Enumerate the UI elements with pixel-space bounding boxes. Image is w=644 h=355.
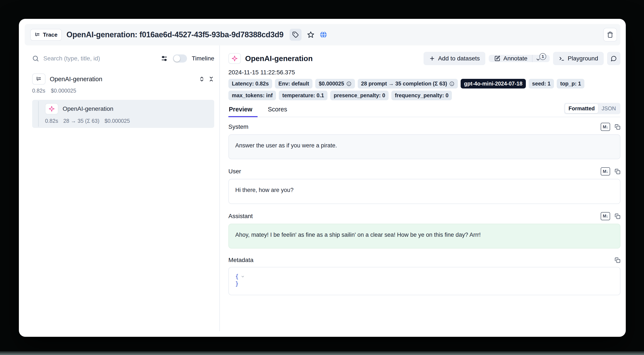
observation-tree-sidebar: Timeline OpenAI-generation 0.82s $0.0000… <box>25 45 220 337</box>
info-icon[interactable] <box>346 81 352 86</box>
child-cost: $0.000025 <box>104 118 130 124</box>
edit-pen-icon <box>494 55 500 61</box>
generation-sparkle-icon <box>49 106 55 112</box>
param-badge: max_tokens: inf <box>228 91 276 100</box>
copy-icon[interactable] <box>614 213 620 219</box>
copy-icon[interactable] <box>614 168 620 174</box>
format-option-json[interactable]: JSON <box>598 104 619 113</box>
list-tree-icon <box>36 76 42 82</box>
child-tokens: 28 → 35 (Σ 63) <box>63 118 99 124</box>
bookmark-star-button[interactable] <box>307 31 314 38</box>
comments-button[interactable] <box>607 52 620 65</box>
tree-root-label: OpenAI-generation <box>50 76 102 83</box>
param-badge: top_p: 1 <box>557 79 584 88</box>
globe-icon <box>320 31 327 38</box>
tag-icon <box>292 31 299 38</box>
message-section: User M↓ Hi there, how are you? <box>228 167 620 204</box>
trash-icon <box>607 31 613 38</box>
tree-root-metrics: 0.82s $0.000025 <box>32 88 214 94</box>
badge-text: Env: default <box>278 80 309 87</box>
message-content-box: Ahoy, matey! I be feelin' as fine as a s… <box>228 224 620 249</box>
badge-text: 28 prompt → 35 completion (Σ 63) <box>361 80 447 87</box>
model-badge: gpt-4o-mini-2024-07-18 <box>461 79 526 88</box>
badge-text: presence_penalty: 0 <box>334 92 385 98</box>
expand-all-icon[interactable] <box>199 76 205 82</box>
list-tree-icon <box>34 32 40 38</box>
json-open-brace: { <box>235 273 239 280</box>
tree-search-row: Timeline <box>32 52 214 64</box>
observation-title: OpenAI-generation <box>245 54 313 63</box>
param-badge: $0.000025 <box>315 79 355 88</box>
collapse-json-icon[interactable] <box>241 275 245 279</box>
message-section: System M↓ Answer the user as if you were… <box>228 123 620 159</box>
tree-root-item[interactable]: OpenAI-generation <box>32 73 214 85</box>
json-close-brace: } <box>235 280 239 288</box>
badge-text: top_p: 1 <box>560 80 581 87</box>
screenshot-canvas: Trace OpenAI-generation: f016ae6d-4527-4… <box>0 0 644 355</box>
annotate-dropdown-button[interactable]: 1 <box>532 55 550 62</box>
app-window: Trace OpenAI-generation: f016ae6d-4527-4… <box>19 19 626 337</box>
generation-chip <box>228 53 241 64</box>
message-content-box: Answer the user as if you were a pirate. <box>228 134 620 159</box>
view-settings-icon[interactable] <box>161 55 168 62</box>
root-cost: $0.000025 <box>51 88 76 94</box>
badge-text: max_tokens: inf <box>232 92 272 98</box>
message-content-box: Hi there, how are you? <box>228 179 620 204</box>
observation-detail-panel: OpenAI-generation Add to datasets Annota… <box>220 45 620 337</box>
markdown-toggle-icon[interactable]: M↓ <box>601 167 610 175</box>
trace-header-bar: Trace OpenAI-generation: f016ae6d-4527-4… <box>25 24 620 45</box>
info-icon[interactable] <box>449 81 454 86</box>
terminal-icon <box>559 55 565 61</box>
message-role-label: User <box>228 168 241 175</box>
message-role-label: System <box>228 123 248 130</box>
generation-node-chip <box>45 103 58 114</box>
public-share-button[interactable] <box>320 31 327 38</box>
metadata-section: Metadata { } <box>228 257 620 295</box>
param-badge: seed: 1 <box>528 79 554 88</box>
plus-icon <box>429 55 435 61</box>
param-badge: temperature: 0.1 <box>279 91 328 100</box>
root-latency: 0.82s <box>32 88 45 94</box>
param-badge: 28 prompt → 35 completion (Σ 63) <box>358 79 458 88</box>
tree-indent-guide <box>38 101 38 127</box>
annotate-split-button: Annotate 1 <box>489 55 550 62</box>
param-badge: frequency_penalty: 0 <box>392 91 452 100</box>
markdown-toggle-icon[interactable]: M↓ <box>601 212 610 220</box>
param-badge: Env: default <box>275 79 312 88</box>
tabs-bar: Preview Scores Formatted JSON <box>228 106 620 117</box>
add-to-datasets-label: Add to datasets <box>438 55 480 62</box>
metadata-label: Metadata <box>228 257 254 264</box>
observation-header: OpenAI-generation Add to datasets Annota… <box>228 52 620 65</box>
annotate-button[interactable]: Annotate <box>489 55 532 62</box>
format-option-formatted[interactable]: Formatted <box>565 104 598 113</box>
collapse-all-icon[interactable] <box>208 76 214 82</box>
generation-sparkle-icon <box>232 55 238 61</box>
toggle-knob <box>174 55 180 62</box>
tree-child-metrics: 0.82s 28 → 35 (Σ 63) $0.000025 <box>45 118 210 124</box>
child-latency: 0.82s <box>45 118 58 124</box>
tree-search-input[interactable] <box>43 55 161 62</box>
tab-scores[interactable]: Scores <box>268 106 292 117</box>
badge-text: Latency: 0.82s <box>232 80 269 87</box>
playground-label: Playground <box>568 55 598 62</box>
delete-trace-button[interactable] <box>603 28 617 41</box>
metadata-json-viewer: { } <box>228 267 620 295</box>
copy-icon[interactable] <box>614 257 620 263</box>
tab-preview[interactable]: Preview <box>228 106 258 117</box>
comment-bubble-icon <box>611 55 617 61</box>
markdown-toggle-icon[interactable]: M↓ <box>601 123 610 131</box>
playground-button[interactable]: Playground <box>553 52 604 65</box>
format-toggle: Formatted JSON <box>564 103 620 114</box>
tree-child-item-selected[interactable]: OpenAI-generation 0.82s 28 → 35 (Σ 63) $… <box>32 100 214 128</box>
badge-text: $0.000025 <box>319 80 344 87</box>
action-buttons: Add to datasets Annotate 1 <box>424 52 620 65</box>
badge-text: temperature: 0.1 <box>282 92 324 98</box>
trace-type-badge: Trace <box>30 29 62 41</box>
timeline-toggle[interactable] <box>173 54 187 62</box>
add-to-datasets-button[interactable]: Add to datasets <box>424 52 486 65</box>
copy-icon[interactable] <box>614 124 620 130</box>
message-section: Assistant M↓ Ahoy, matey! I be feelin' a… <box>228 212 620 249</box>
tags-button[interactable] <box>290 29 302 41</box>
timeline-toggle-label: Timeline <box>192 55 214 62</box>
observation-timestamp: 2024-11-15 11:22:56.375 <box>228 69 620 76</box>
